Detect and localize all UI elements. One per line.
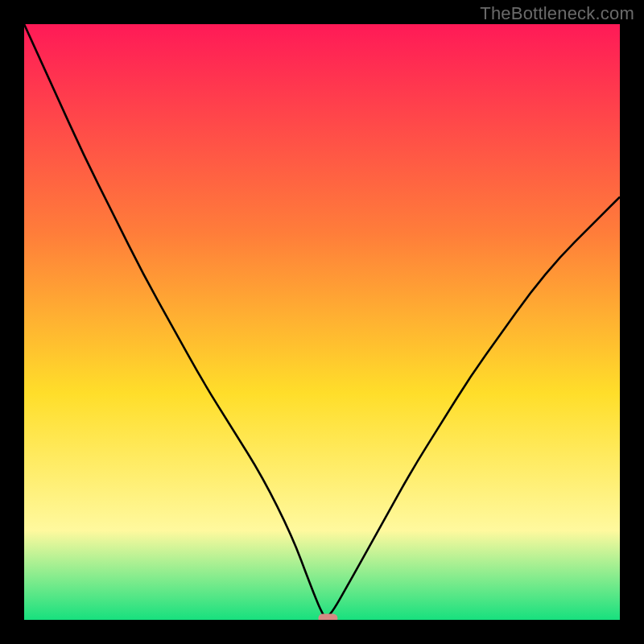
gradient-background bbox=[24, 24, 620, 620]
minimum-marker bbox=[318, 614, 337, 621]
plot-area bbox=[24, 24, 620, 620]
chart-frame: TheBottleneck.com bbox=[0, 0, 644, 644]
watermark-text: TheBottleneck.com bbox=[480, 3, 634, 24]
chart-svg bbox=[24, 24, 620, 620]
